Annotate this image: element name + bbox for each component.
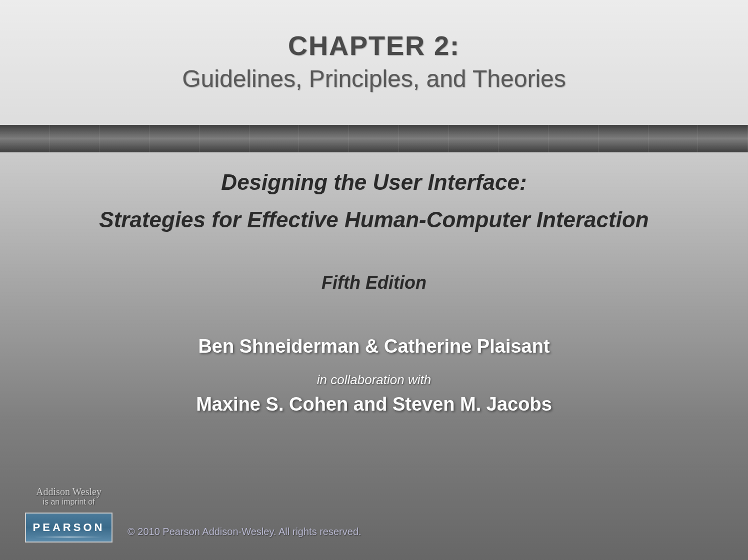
divider-bar	[0, 125, 748, 152]
divider-segment	[498, 125, 548, 152]
divider-segment	[399, 125, 449, 152]
chapter-header: CHAPTER 2: Guidelines, Principles, and T…	[0, 0, 748, 125]
book-info-section: Designing the User Interface: Strategies…	[0, 152, 748, 415]
pearson-logo: PEARSON	[25, 513, 112, 543]
divider-segment	[200, 125, 250, 152]
divider-segment	[50, 125, 100, 152]
chapter-label: CHAPTER 2:	[0, 30, 748, 61]
divider-segment	[0, 125, 50, 152]
book-title-line1: Designing the User Interface:	[0, 170, 748, 195]
book-edition: Fifth Edition	[0, 272, 748, 293]
copyright-text: © 2010 Pearson Addison-Wesley. All right…	[128, 526, 362, 543]
divider-segment	[150, 125, 200, 152]
footer: Addison Wesley is an imprint of PEARSON …	[25, 486, 362, 543]
divider-segment	[100, 125, 150, 152]
pearson-logo-text: PEARSON	[33, 521, 105, 534]
divider-segment	[349, 125, 399, 152]
divider-segment	[299, 125, 349, 152]
divider-segment	[250, 125, 300, 152]
imprint-name: Addison Wesley	[36, 486, 102, 498]
divider-segment	[548, 125, 598, 152]
divider-segment	[449, 125, 499, 152]
divider-segment	[598, 125, 648, 152]
imprint-of-label: is an imprint of	[42, 498, 94, 507]
collaboration-label: in collaboration with	[0, 372, 748, 388]
book-title-line2: Strategies for Effective Human-Computer …	[0, 207, 748, 232]
divider-segment	[698, 125, 748, 152]
divider-segment	[648, 125, 698, 152]
authors-primary: Ben Shneiderman & Catherine Plaisant	[0, 336, 748, 357]
authors-secondary: Maxine S. Cohen and Steven M. Jacobs	[0, 394, 748, 415]
imprint-block: Addison Wesley is an imprint of PEARSON	[25, 486, 112, 543]
chapter-subtitle: Guidelines, Principles, and Theories	[0, 65, 748, 92]
